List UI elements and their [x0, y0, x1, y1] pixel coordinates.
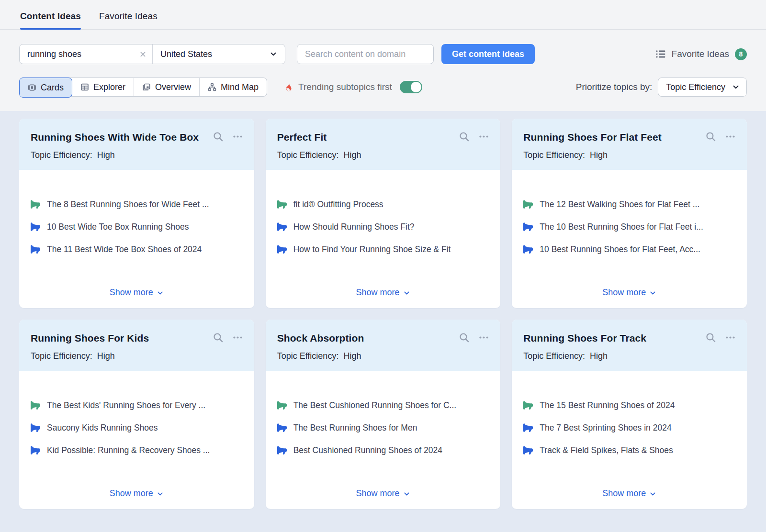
headline-item[interactable]: How to Find Your Running Shoe Size & Fit: [277, 244, 489, 255]
chevron-down-icon: [157, 289, 164, 297]
headline-item[interactable]: 10 Best Running Shoes for Flat Feet, Acc…: [523, 244, 735, 255]
headline-item[interactable]: The Best Kids' Running Shoes for Every .…: [31, 400, 243, 410]
card-body: fit id® Outfitting Process How Should Ru…: [266, 170, 501, 308]
headline-item[interactable]: Track & Field Spikes, Flats & Shoes: [523, 445, 735, 455]
megaphone-icon: [277, 200, 287, 209]
keyword-input[interactable]: [27, 49, 139, 59]
search-topic-icon[interactable]: [213, 332, 223, 343]
card-header: Running Shoes For Kids Topic Efficiency:…: [19, 320, 254, 371]
card-title: Running Shoes For Flat Feet: [523, 130, 706, 144]
headline-item[interactable]: 10 Best Wide Toe Box Running Shoes: [31, 222, 243, 232]
view-overview-button[interactable]: Overview: [134, 78, 200, 96]
headline-text: How Should Running Shoes Fit?: [293, 222, 415, 232]
efficiency-value: High: [590, 351, 608, 361]
trending-toggle[interactable]: [400, 81, 422, 93]
megaphone-icon: [523, 222, 533, 232]
view-cards-label: Cards: [41, 83, 64, 93]
headline-item[interactable]: The Best Running Shoes for Men: [277, 423, 489, 433]
headline-text: The 11 Best Wide Toe Box Shoes of 2024: [47, 244, 202, 255]
show-more-label: Show more: [356, 288, 399, 298]
card-header: Shock Absorption Topic Efficiency: High: [266, 320, 501, 371]
search-topic-icon[interactable]: [459, 132, 469, 142]
overview-icon: [142, 83, 151, 91]
show-more-label: Show more: [110, 288, 153, 298]
search-topic-icon[interactable]: [213, 132, 223, 142]
show-more-button[interactable]: Show more: [354, 284, 412, 301]
search-row: United States Get content ideas Favorite…: [0, 44, 766, 64]
show-more-label: Show more: [602, 488, 646, 499]
headline-item[interactable]: fit id® Outfitting Process: [277, 200, 489, 210]
card-body: The Best Kids' Running Shoes for Every .…: [19, 371, 254, 509]
tab-favorite-ideas[interactable]: Favorite Ideas: [99, 11, 158, 29]
country-value: United States: [160, 49, 212, 59]
view-cards-button[interactable]: Cards: [19, 78, 72, 98]
card-body: The Best Cushioned Running Shoes for C..…: [266, 371, 501, 509]
favorites-count-badge: 8: [735, 48, 747, 60]
headline-item[interactable]: The 11 Best Wide Toe Box Shoes of 2024: [31, 244, 243, 255]
get-content-ideas-button[interactable]: Get content ideas: [441, 44, 535, 64]
megaphone-icon: [31, 445, 40, 455]
favorite-ideas-button[interactable]: Favorite Ideas 8: [655, 48, 747, 60]
headline-text: The 15 Best Running Shoes of 2024: [540, 400, 675, 410]
headline-text: Kid Possible: Running & Recovery Shoes .…: [47, 445, 210, 455]
view-mindmap-label: Mind Map: [221, 82, 259, 92]
search-topic-icon[interactable]: [706, 132, 716, 142]
more-menu-icon[interactable]: [233, 132, 243, 142]
topic-card: Running Shoes With Wide Toe Box Topic Ef…: [19, 119, 254, 308]
more-menu-icon[interactable]: [725, 132, 735, 142]
headline-item[interactable]: Saucony Kids Running Shoes: [31, 423, 243, 433]
show-more-button[interactable]: Show more: [108, 284, 166, 301]
headline-item[interactable]: The 7 Best Sprinting Shoes in 2024: [523, 423, 735, 433]
headline-item[interactable]: The 8 Best Running Shoes for Wide Feet .…: [31, 200, 243, 210]
topic-card: Running Shoes For Flat Feet Topic Effici…: [512, 119, 747, 308]
headline-item[interactable]: The 10 Best Running Shoes for Flat Feet …: [523, 222, 735, 232]
clear-keyword-icon[interactable]: [139, 51, 146, 58]
card-body: The 8 Best Running Shoes for Wide Feet .…: [19, 170, 254, 308]
card-header: Perfect Fit Topic Efficiency: High: [266, 119, 501, 170]
efficiency-label: Topic Efficiency:: [277, 351, 339, 361]
view-controls-row: Cards Explorer Overview Mind Map Trendin…: [0, 78, 766, 111]
view-explorer-button[interactable]: Explorer: [72, 78, 134, 96]
card-header: Running Shoes For Track Topic Efficiency…: [512, 320, 747, 371]
headline-item[interactable]: How Should Running Shoes Fit?: [277, 222, 489, 232]
headline-text: The Best Kids' Running Shoes for Every .…: [47, 400, 205, 410]
search-topic-icon[interactable]: [459, 332, 469, 343]
show-more-label: Show more: [602, 288, 646, 298]
cards-icon: [28, 83, 36, 92]
card-header: Running Shoes With Wide Toe Box Topic Ef…: [19, 119, 254, 170]
headline-text: The Best Running Shoes for Men: [293, 423, 417, 433]
headline-item[interactable]: Kid Possible: Running & Recovery Shoes .…: [31, 445, 243, 455]
headline-text: The 8 Best Running Shoes for Wide Feet .…: [47, 200, 209, 210]
domain-search-input[interactable]: [297, 44, 434, 64]
card-title: Perfect Fit: [277, 130, 460, 144]
topic-card: Perfect Fit Topic Efficiency: High fit i…: [266, 119, 501, 308]
more-menu-icon[interactable]: [479, 132, 489, 142]
megaphone-icon: [523, 244, 533, 254]
country-select[interactable]: United States: [153, 44, 285, 64]
view-switcher: Cards Explorer Overview Mind Map: [19, 78, 267, 97]
efficiency-label: Topic Efficiency:: [31, 351, 92, 361]
more-menu-icon[interactable]: [479, 332, 489, 343]
mindmap-icon: [208, 83, 216, 91]
show-more-button[interactable]: Show more: [600, 485, 658, 502]
tab-content-ideas[interactable]: Content Ideas: [20, 11, 81, 29]
megaphone-icon: [31, 423, 40, 432]
headline-item[interactable]: The Best Cushioned Running Shoes for C..…: [277, 400, 489, 410]
view-overview-label: Overview: [155, 82, 191, 92]
search-topic-icon[interactable]: [706, 332, 716, 343]
prioritize-select[interactable]: Topic Efficiency: [658, 78, 747, 97]
show-more-button[interactable]: Show more: [600, 284, 658, 301]
headline-text: Best Cushioned Running Shoes of 2024: [293, 445, 442, 455]
view-mindmap-button[interactable]: Mind Map: [200, 78, 267, 96]
headline-text: The 10 Best Running Shoes for Flat Feet …: [540, 222, 703, 232]
headline-text: 10 Best Running Shoes for Flat Feet, Acc…: [540, 244, 700, 255]
headline-item[interactable]: Best Cushioned Running Shoes of 2024: [277, 445, 489, 455]
topic-card: Running Shoes For Kids Topic Efficiency:…: [19, 320, 254, 509]
headline-item[interactable]: The 15 Best Running Shoes of 2024: [523, 400, 735, 410]
show-more-button[interactable]: Show more: [108, 485, 166, 502]
more-menu-icon[interactable]: [233, 332, 243, 343]
headline-item[interactable]: The 12 Best Walking Shoes for Flat Feet …: [523, 200, 735, 210]
megaphone-icon: [277, 400, 287, 410]
more-menu-icon[interactable]: [725, 332, 735, 343]
show-more-button[interactable]: Show more: [354, 485, 412, 502]
